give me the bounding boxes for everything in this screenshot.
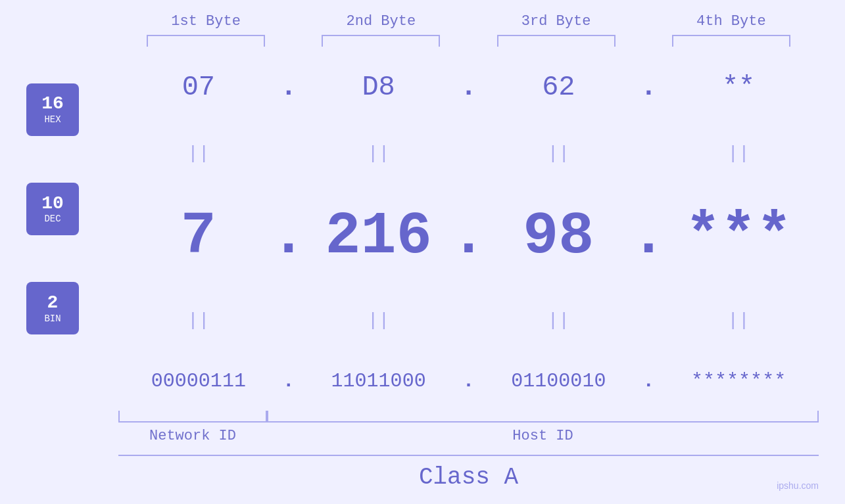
bottom-section: Network ID Host ID Class A ipshu.com (118, 411, 819, 491)
byte4-label: 4th Byte (696, 13, 766, 30)
equals-row-2: || || || || (118, 307, 819, 333)
bin-b2-value: 11011000 (331, 370, 426, 392)
eq1-b4: || (658, 140, 819, 166)
byte-col-4: 4th Byte (644, 13, 819, 47)
bin-b1: 00000111 (118, 370, 279, 392)
bracket-top-1 (147, 35, 265, 47)
hex-b2: D8 (299, 72, 459, 103)
hex-badge: 16 HEX (26, 83, 79, 136)
dec-badge-label: DEC (44, 214, 60, 224)
dec-dot3: . (639, 203, 658, 270)
dec-row: 7 . 216 . 98 . *** (118, 203, 819, 270)
bin-dot1: . (279, 370, 299, 392)
bin-badge: 2 BIN (26, 282, 79, 334)
dec-b3: 98 (479, 203, 639, 270)
bracket-top-2 (322, 35, 440, 47)
network-id-label: Network ID (118, 428, 267, 444)
hex-b4: ** (658, 72, 819, 103)
hex-badge-num: 16 (41, 94, 64, 114)
bin-row: 00000111 . 11011000 . 01100010 . *******… (118, 370, 819, 392)
hex-b3-value: 62 (542, 72, 575, 103)
dec-badge: 10 DEC (26, 183, 79, 235)
byte-col-3: 3rd Byte (469, 13, 644, 47)
main-content: 16 HEX 10 DEC 2 BIN 07 . D8 (26, 53, 819, 411)
bin-b1-value: 00000111 (151, 370, 246, 392)
data-rows: 07 . D8 . 62 . ** || || (118, 53, 819, 411)
bracket-bottom-network (118, 411, 267, 423)
eq1-b1: || (118, 140, 279, 166)
eq1-b2: || (299, 140, 459, 166)
main-container: 1st Byte 2nd Byte 3rd Byte 4th Byte 16 H… (0, 0, 845, 504)
hex-b4-value: ** (722, 72, 755, 103)
byte1-label: 1st Byte (171, 13, 241, 30)
hex-b1-value: 07 (182, 72, 215, 103)
bin-badge-num: 2 (47, 293, 59, 313)
byte3-label: 3rd Byte (521, 13, 591, 30)
host-id-label: Host ID (267, 428, 819, 444)
dec-b1: 7 (118, 203, 279, 270)
equals-row-1: || || || || (118, 140, 819, 166)
byte2-label: 2nd Byte (347, 13, 416, 30)
hex-b2-value: D8 (362, 72, 395, 103)
dec-dot1: . (279, 203, 299, 270)
bracket-bottom-host (267, 411, 819, 423)
dec-b1-value: 7 (181, 203, 216, 270)
hex-badge-label: HEX (44, 114, 60, 125)
dec-b2: 216 (299, 203, 459, 270)
dec-b2-value: 216 (326, 203, 432, 270)
hex-b1: 07 (118, 72, 279, 103)
bin-b3: 01100010 (479, 370, 639, 392)
bin-b2: 11011000 (299, 370, 459, 392)
badges-col: 16 HEX 10 DEC 2 BIN (26, 53, 118, 411)
hex-row: 07 . D8 . 62 . ** (118, 72, 819, 103)
byte-col-2: 2nd Byte (293, 13, 468, 47)
dec-badge-num: 10 (41, 194, 64, 214)
dec-dot2: . (459, 203, 479, 270)
id-labels-row: Network ID Host ID (118, 428, 819, 444)
eq2-b3: || (479, 307, 639, 333)
eq2-b4: || (658, 307, 819, 333)
eq1-b3: || (479, 140, 639, 166)
hex-dot3: . (639, 72, 658, 103)
bracket-bottom-row (118, 411, 819, 423)
bin-dot2: . (459, 370, 479, 392)
eq2-b1: || (118, 307, 279, 333)
class-section: Class A ipshu.com (118, 455, 819, 491)
bin-badge-label: BIN (44, 313, 60, 324)
hex-dot1: . (279, 72, 299, 103)
dec-b4: *** (658, 203, 819, 270)
byte-col-1: 1st Byte (118, 13, 293, 47)
hex-b3: 62 (479, 72, 639, 103)
bin-b4-value: ******** (691, 370, 786, 392)
bracket-top-4 (672, 35, 790, 47)
bin-dot3: . (639, 370, 658, 392)
watermark: ipshu.com (777, 480, 819, 491)
eq2-b2: || (299, 307, 459, 333)
bracket-top-3 (497, 35, 616, 47)
dec-b4-value: *** (685, 203, 792, 270)
bin-b3-value: 01100010 (511, 370, 606, 392)
dec-b3-value: 98 (523, 203, 594, 270)
bin-b4: ******** (658, 370, 819, 392)
hex-dot2: . (459, 72, 479, 103)
class-label: Class A (419, 464, 518, 491)
header-row: 1st Byte 2nd Byte 3rd Byte 4th Byte (118, 13, 819, 47)
